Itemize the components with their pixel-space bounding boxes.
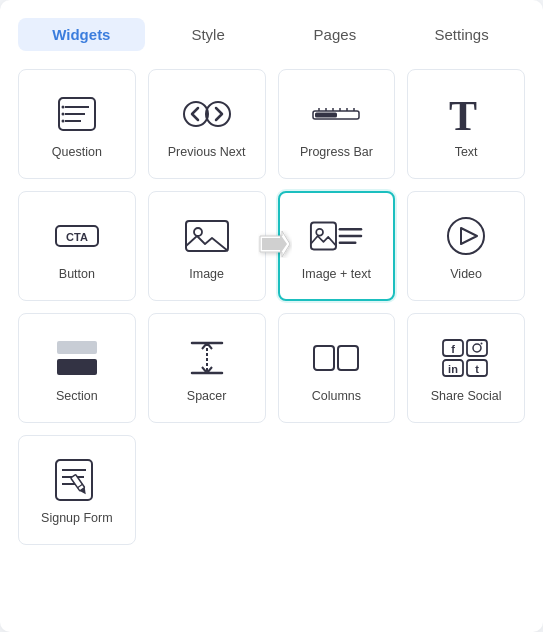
button-label: Button: [59, 266, 95, 282]
svg-point-6: [61, 119, 64, 122]
widget-spacer[interactable]: Spacer: [148, 313, 266, 423]
svg-point-8: [206, 102, 230, 126]
widget-image[interactable]: Image: [148, 191, 266, 301]
svg-point-41: [473, 344, 481, 352]
previous-next-label: Previous Next: [168, 144, 246, 160]
svg-point-7: [184, 102, 208, 126]
widgets-grid: Question Previous Next: [18, 69, 525, 545]
image-icon: [180, 214, 234, 258]
svg-rect-37: [338, 346, 358, 370]
widget-columns[interactable]: Columns: [278, 313, 396, 423]
widget-section[interactable]: Section: [18, 313, 136, 423]
signup-form-label: Signup Form: [41, 510, 113, 526]
svg-rect-40: [467, 340, 487, 356]
svg-point-25: [317, 229, 324, 236]
image-label: Image: [189, 266, 224, 282]
svg-text:T: T: [449, 93, 477, 136]
svg-point-21: [194, 228, 202, 236]
image-text-label: Image + text: [302, 266, 371, 282]
svg-rect-10: [315, 112, 337, 117]
columns-label: Columns: [312, 388, 361, 404]
tab-settings[interactable]: Settings: [398, 18, 525, 51]
spacer-icon: [180, 336, 234, 380]
widget-image-text[interactable]: Image + text: [278, 191, 396, 301]
svg-rect-36: [314, 346, 334, 370]
svg-rect-31: [57, 341, 97, 354]
tab-bar: Widgets Style Pages Settings: [18, 18, 525, 51]
button-icon: CTA: [50, 214, 104, 258]
share-social-icon: f in t: [439, 336, 493, 380]
widget-previous-next[interactable]: Previous Next: [148, 69, 266, 179]
widget-signup-form[interactable]: Signup Form: [18, 435, 136, 545]
tab-style[interactable]: Style: [145, 18, 272, 51]
svg-text:in: in: [448, 363, 458, 375]
widget-question[interactable]: Question: [18, 69, 136, 179]
text-icon: T: [439, 92, 493, 136]
tab-pages[interactable]: Pages: [272, 18, 399, 51]
image-text-icon: [309, 214, 363, 258]
text-label: Text: [455, 144, 478, 160]
svg-text:CTA: CTA: [66, 231, 88, 243]
svg-marker-30: [461, 228, 477, 244]
widget-text[interactable]: T Text: [407, 69, 525, 179]
widget-panel: Widgets Style Pages Settings Question: [0, 0, 543, 632]
svg-point-42: [481, 342, 483, 344]
progress-bar-icon: [309, 92, 363, 136]
widget-button[interactable]: CTA Button: [18, 191, 136, 301]
section-label: Section: [56, 388, 98, 404]
svg-text:f: f: [451, 343, 455, 355]
svg-rect-24: [311, 222, 336, 249]
svg-text:t: t: [475, 363, 479, 375]
widget-progress-bar[interactable]: Progress Bar: [278, 69, 396, 179]
previous-next-icon: [180, 92, 234, 136]
svg-rect-32: [57, 359, 97, 375]
question-icon: [50, 92, 104, 136]
section-icon: [50, 336, 104, 380]
widget-share-social[interactable]: f in t Share Social: [407, 313, 525, 423]
spacer-label: Spacer: [187, 388, 227, 404]
video-icon: [439, 214, 493, 258]
tab-widgets[interactable]: Widgets: [18, 18, 145, 51]
columns-icon: [309, 336, 363, 380]
widget-video[interactable]: Video: [407, 191, 525, 301]
svg-point-4: [61, 105, 64, 108]
question-label: Question: [52, 144, 102, 160]
signup-form-icon: [50, 458, 104, 502]
drag-arrow-icon: [258, 230, 292, 262]
video-label: Video: [450, 266, 482, 282]
progress-bar-label: Progress Bar: [300, 144, 373, 160]
svg-point-5: [61, 112, 64, 115]
share-social-label: Share Social: [431, 388, 502, 404]
svg-point-29: [448, 218, 484, 254]
